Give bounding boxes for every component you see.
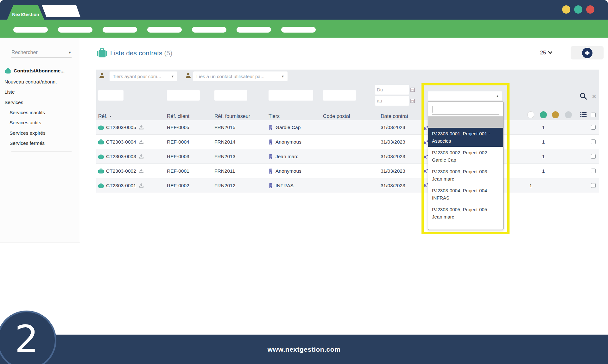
sidebar-section-contrats[interactable]: Contrats/Abonneme... [5, 68, 65, 74]
ref-fournisseur-cell: FRN2011 [214, 164, 235, 178]
filter-ref-fournisseur-input[interactable] [214, 90, 247, 101]
select-all-checkbox[interactable] [591, 113, 596, 117]
step-number-badge: 2 [0, 311, 56, 364]
calendar-icon[interactable] [410, 87, 415, 92]
date-contrat-cell: 31/03/2023 [381, 178, 405, 193]
briefcase-icon [98, 125, 104, 130]
sort-asc-icon: ▲ [109, 115, 112, 118]
contract-ref: CT2303-0005 [106, 125, 136, 130]
briefcase-icon [98, 169, 104, 174]
ref-cell: CT2303-0003 [98, 149, 144, 163]
download-icon[interactable] [138, 154, 144, 159]
column-header-ref-client[interactable]: Réf. client [167, 112, 189, 120]
sidebar-item-services-expires[interactable]: Services expirés [10, 130, 46, 136]
row-checkbox[interactable] [591, 183, 596, 188]
sidebar-item-services-actifs[interactable]: Services actifs [10, 120, 41, 126]
services-actifs-count [539, 178, 548, 193]
dropdown-option[interactable]: PJ2303-0003, Project-003 - Jean marc [428, 166, 503, 185]
add-contract-button[interactable] [582, 48, 592, 58]
chevron-down-icon [548, 51, 552, 54]
window-dot-yellow [562, 5, 570, 14]
building-icon [269, 169, 273, 174]
sidebar-item-liste[interactable]: Liste [4, 89, 15, 95]
row-checkbox[interactable] [591, 169, 596, 173]
nav-pill[interactable] [103, 27, 137, 33]
building-icon [269, 125, 273, 130]
table-row: CT2303-0004 REF-0004 FRN2014 Anonymous 3… [96, 134, 599, 149]
filter-ref-input[interactable] [98, 90, 124, 101]
sidebar-item-services[interactable]: Services [4, 100, 23, 105]
services-actifs-count: 1 [539, 149, 548, 163]
app-window: NextGestion Rechercher ▼ Contrats/Abonne… [0, 0, 608, 364]
dropdown-option[interactable]: PJ2303-0005, Project-005 - Jean marc [428, 204, 503, 223]
nav-pill[interactable] [237, 27, 271, 33]
dropdown-option[interactable]: PJ2303-0004, Project-004 - INFRAS [428, 185, 503, 204]
sidebar-divider [11, 151, 72, 151]
nav-pill[interactable] [13, 27, 48, 33]
date-from-input[interactable] [375, 85, 409, 95]
dropdown-option[interactable]: PJ2303-0001, Project-001 - Associes [428, 128, 503, 147]
dropdown-search-input[interactable] [432, 105, 499, 114]
tiers-cell: Anonymous [269, 164, 301, 178]
ref-cell: CT2303-0004 [98, 135, 144, 149]
brand-name: NextGestion [12, 12, 39, 20]
list-menu-icon[interactable] [580, 112, 587, 117]
column-header-ref[interactable]: Réf.▲ [98, 112, 112, 120]
table-row: CT2303-0003 REF-0003 FRN2013 Jean marc 3… [96, 149, 599, 163]
download-icon[interactable] [138, 183, 144, 188]
dropdown-option-blank[interactable] [428, 116, 503, 128]
filter-ref-client-input[interactable] [167, 90, 200, 101]
services-actifs-count: 1 [539, 135, 548, 149]
page-size-select[interactable]: 25 [536, 47, 557, 58]
contracts-title-icon [97, 48, 107, 58]
ref-client-cell: REF-0005 [167, 120, 189, 134]
column-header-date-contrat[interactable]: Date contrat [381, 112, 408, 120]
calendar-icon[interactable] [410, 98, 415, 103]
contracts-table: CT2303-0005 REF-0005 FRN2015 Gardie Cap … [96, 120, 599, 193]
tiers-name: INFRAS [276, 183, 294, 188]
search-icon[interactable] [580, 92, 587, 100]
dropdown-option[interactable]: PJ2303-0002, Project-002 - Gardie Cap [428, 147, 503, 166]
chevron-down-icon: ▼ [68, 51, 72, 54]
column-header-ref-fournisseur[interactable]: Réf. fournisseur [214, 112, 250, 120]
briefcase-icon [98, 183, 104, 188]
download-icon[interactable] [138, 169, 144, 174]
project-filter-select[interactable]: ▲ [428, 91, 502, 101]
status-closed-circle-icon [565, 111, 572, 118]
sidebar-section-label: Contrats/Abonneme... [14, 68, 65, 74]
sidebar-search-select[interactable]: Rechercher ▼ [11, 47, 72, 58]
column-header-tiers[interactable]: Tiers [269, 112, 280, 120]
row-checkbox[interactable] [591, 125, 596, 130]
download-icon[interactable] [138, 139, 144, 145]
download-icon[interactable] [138, 125, 144, 130]
services-actifs-count: 1 [539, 120, 548, 134]
tiers-commercial-select[interactable]: Tiers ayant pour com... ▼ [110, 71, 177, 81]
nav-pill[interactable] [58, 27, 92, 33]
ref-client-cell: REF-0003 [167, 149, 189, 163]
row-checkbox[interactable] [591, 154, 596, 159]
ref-fournisseur-cell: FRN2012 [214, 178, 235, 193]
sidebar-search-placeholder: Rechercher [11, 50, 38, 55]
sidebar-item-nouveau-contrat[interactable]: Nouveau contrat/abonn. [4, 79, 57, 85]
column-header-code-postal[interactable]: Code postal [323, 112, 350, 120]
services-inactifs-count [526, 149, 535, 163]
record-count: (5) [164, 49, 173, 57]
table-row: CT2303-0002 REF-0001 FRN2011 Anonymous 3… [96, 163, 599, 178]
sidebar-item-services-fermes[interactable]: Services fermés [10, 140, 45, 146]
filter-tiers-input[interactable] [269, 90, 313, 101]
row-checkbox[interactable] [591, 139, 596, 144]
sidebar-item-services-inactifs[interactable]: Services inactifs [10, 110, 45, 115]
tiers-name: Gardie Cap [276, 125, 301, 130]
date-to-input[interactable] [375, 96, 409, 106]
nav-pill[interactable] [147, 27, 182, 33]
tiers-cell: Anonymous [269, 135, 301, 149]
tiers-cell: Gardie Cap [269, 120, 301, 134]
status-active-circle-icon [540, 111, 547, 118]
ref-fournisseur-cell: FRN2015 [214, 120, 235, 134]
filter-code-postal-input[interactable] [323, 90, 356, 101]
nav-pill[interactable] [192, 27, 226, 33]
nav-pill[interactable] [281, 27, 316, 33]
plus-icon [585, 50, 590, 56]
clear-filters-icon[interactable]: ✕ [592, 93, 597, 100]
contact-user-select[interactable]: Liés à un contact utilisateur pa... ▼ [193, 71, 288, 81]
